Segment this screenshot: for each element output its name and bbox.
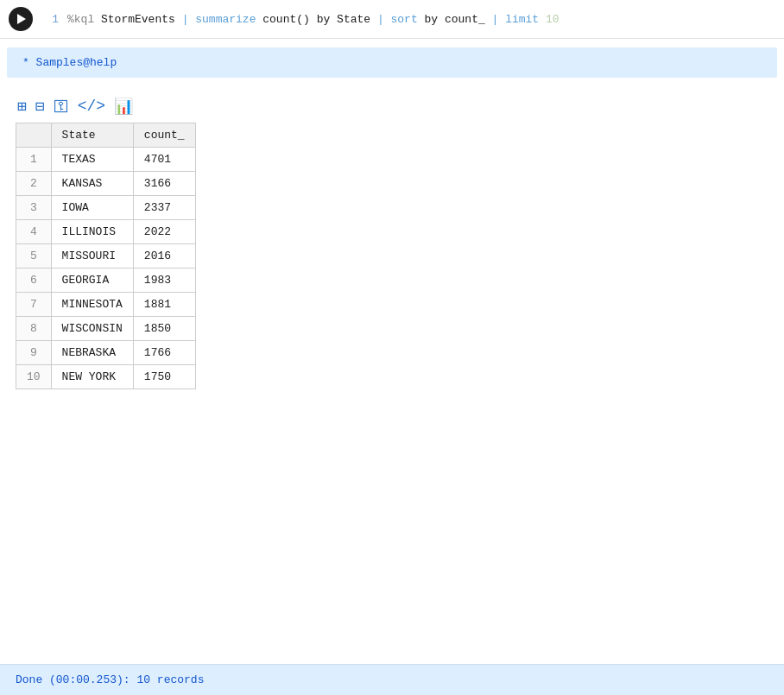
table-row: 9NEBRASKA1766 — [16, 341, 196, 365]
cell-count: 1881 — [133, 293, 195, 317]
cell-count: 1766 — [133, 341, 195, 365]
query-sort: sort — [391, 13, 425, 26]
results-table: State count_ 1TEXAS47012KANSAS31663IOWA2… — [16, 123, 196, 389]
cell-index: 2 — [16, 172, 52, 196]
line-number: 1 — [41, 13, 59, 26]
cell-count: 3166 — [133, 172, 195, 196]
cell-index: 9 — [16, 341, 52, 365]
cell-index: 6 — [16, 269, 52, 293]
table-view-icon[interactable]: ⊞ — [16, 95, 28, 117]
table-grid-icon[interactable]: ⊟ — [34, 95, 47, 117]
cell-state: ILLINOIS — [51, 220, 133, 244]
cell-state: TEXAS — [51, 148, 133, 172]
cell-state: NEBRASKA — [51, 341, 133, 365]
query-summarize: summarize — [195, 13, 262, 26]
col-header-count: count_ — [133, 123, 195, 148]
query-bar: 1 %kql StormEvents | summarize count() b… — [0, 0, 784, 39]
query-pipe3: | — [492, 13, 506, 26]
cell-count: 2337 — [133, 196, 195, 220]
table-row: 3IOWA2337 — [16, 196, 196, 220]
table-row: 7MINNESOTA1881 — [16, 293, 196, 317]
cell-index: 1 — [16, 148, 52, 172]
filter-icon[interactable]: ⚿ — [52, 96, 71, 117]
query-by-state: by State — [317, 13, 377, 26]
cell-count: 1750 — [133, 365, 195, 389]
cell-state: WISCONSIN — [51, 317, 133, 341]
col-header-state: State — [51, 123, 133, 148]
samples-banner-text: * Samples@help — [22, 56, 117, 69]
table-row: 8WISCONSIN1850 — [16, 317, 196, 341]
query-kql-keyword: %kql — [67, 13, 101, 26]
cell-count: 1850 — [133, 317, 195, 341]
status-text: Done (00:00.253): 10 records — [16, 673, 204, 686]
cell-index: 10 — [16, 365, 52, 389]
cell-state: NEW YORK — [51, 365, 133, 389]
query-text: %kql StormEvents | summarize count() by … — [67, 13, 560, 26]
cell-count: 1983 — [133, 269, 195, 293]
cell-state: GEORGIA — [51, 269, 133, 293]
table-header-row: State count_ — [16, 123, 196, 148]
run-button[interactable] — [9, 7, 33, 31]
query-sort-field: by count_ — [425, 13, 492, 26]
table-row: 5MISSOURI2016 — [16, 244, 196, 269]
status-bar: Done (00:00.253): 10 records — [0, 664, 784, 695]
table-row: 10NEW YORK1750 — [16, 365, 196, 389]
result-toolbar: ⊞ ⊟ ⚿ </> 📊 — [0, 86, 784, 123]
cell-count: 4701 — [133, 148, 195, 172]
query-limit-value: 10 — [546, 13, 560, 26]
cell-index: 3 — [16, 196, 52, 220]
table-row: 1TEXAS4701 — [16, 148, 196, 172]
cell-state: KANSAS — [51, 172, 133, 196]
cell-index: 8 — [16, 317, 52, 341]
cell-index: 7 — [16, 293, 52, 317]
table-row: 4ILLINOIS2022 — [16, 220, 196, 244]
col-header-index — [16, 123, 52, 148]
query-limit: limit — [505, 13, 546, 26]
cell-index: 5 — [16, 244, 52, 269]
query-count-fn: count() — [262, 13, 316, 26]
query-pipe1: | — [182, 13, 196, 26]
cell-count: 2016 — [133, 244, 195, 269]
cell-index: 4 — [16, 220, 52, 244]
expand-code-icon[interactable]: </> — [76, 96, 107, 117]
cell-state: MISSOURI — [51, 244, 133, 269]
samples-banner: * Samples@help — [7, 47, 777, 78]
cell-count: 2022 — [133, 220, 195, 244]
query-table: StormEvents — [101, 13, 182, 26]
chart-icon[interactable]: 📊 — [112, 95, 135, 117]
results-table-container: State count_ 1TEXAS47012KANSAS31663IOWA2… — [0, 123, 784, 389]
table-row: 2KANSAS3166 — [16, 172, 196, 196]
query-pipe2: | — [377, 13, 391, 26]
cell-state: IOWA — [51, 196, 133, 220]
table-row: 6GEORGIA1983 — [16, 269, 196, 293]
cell-state: MINNESOTA — [51, 293, 133, 317]
